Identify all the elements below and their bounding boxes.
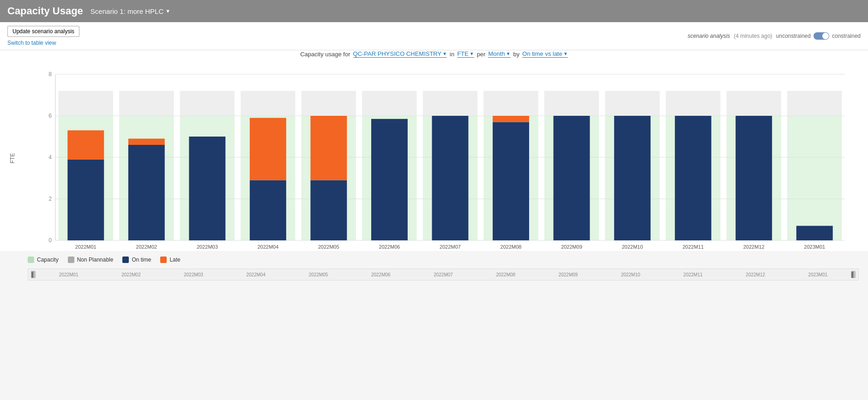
- svg-rect-18: [128, 145, 165, 240]
- svg-text:0: 0: [48, 237, 52, 244]
- svg-rect-62: [735, 116, 772, 240]
- svg-rect-22: [180, 91, 235, 116]
- svg-rect-36: [362, 91, 416, 116]
- scroll-label: 2022M12: [724, 272, 787, 277]
- svg-text:2022M10: 2022M10: [622, 244, 643, 250]
- svg-rect-64: [787, 116, 842, 240]
- svg-text:2022M01: 2022M01: [75, 244, 96, 250]
- svg-text:2022M09: 2022M09: [561, 244, 582, 250]
- legend-item: Late: [160, 257, 180, 263]
- legend-item: Capacity: [28, 257, 59, 263]
- svg-text:2022M05: 2022M05: [318, 244, 339, 250]
- scroll-label: 2022M11: [662, 272, 724, 277]
- scroll-label: 2022M08: [475, 272, 537, 277]
- svg-rect-57: [666, 91, 720, 116]
- legend-color-box: [68, 257, 74, 263]
- svg-text:2022M07: 2022M07: [440, 244, 461, 250]
- legend-label: Late: [169, 257, 180, 263]
- svg-rect-17: [119, 91, 174, 116]
- svg-text:2022M11: 2022M11: [682, 244, 704, 250]
- svg-text:6: 6: [48, 113, 52, 119]
- svg-rect-46: [493, 116, 529, 122]
- unit-dropdown[interactable]: FTE ▼: [457, 50, 474, 58]
- viewtype-arrow-icon: ▼: [563, 51, 568, 56]
- svg-rect-26: [241, 91, 295, 116]
- update-scenario-button[interactable]: Update scenario analysis: [7, 26, 79, 37]
- chart-prefix: Capacity usage for: [300, 51, 350, 58]
- svg-rect-14: [67, 131, 104, 160]
- chart-legend: CapacityNon PlannableOn timeLate: [0, 251, 868, 269]
- legend-label: Non Plannable: [77, 257, 114, 263]
- y-axis-label: FTE: [9, 153, 16, 163]
- scroll-label: 2022M01: [37, 272, 100, 277]
- svg-text:8: 8: [48, 71, 52, 78]
- chart-controls: Capacity usage for QC-PAR PHYSICO CHEMIS…: [0, 50, 868, 58]
- scroll-label: 2022M02: [100, 272, 162, 277]
- page-title: Capacity Usage: [7, 5, 83, 17]
- app-header: Capacity Usage Scenario 1: more HPLC ▼: [0, 0, 868, 22]
- constrained-toggle-container: unconstrained constrained: [776, 32, 861, 40]
- svg-rect-33: [310, 116, 347, 180]
- dept-arrow-icon: ▼: [442, 51, 447, 56]
- legend-label: On time: [132, 257, 151, 263]
- period-dropdown[interactable]: Month ▼: [488, 50, 510, 58]
- by-label: by: [513, 51, 520, 58]
- per-label: per: [477, 51, 486, 58]
- view-type-dropdown[interactable]: On time vs late ▼: [522, 50, 568, 58]
- svg-rect-66: [796, 226, 833, 241]
- svg-rect-41: [432, 116, 469, 240]
- unconstrained-label: unconstrained: [776, 33, 811, 39]
- toolbar-left: Update scenario analysis Switch to table…: [7, 26, 79, 46]
- toolbar-right: scenario analysis (4 minutes ago) uncons…: [687, 32, 861, 40]
- chart-svg-wrapper: FTE 8 6 4 2 0 2022M012022M022022M032022M…: [0, 65, 868, 251]
- svg-rect-40: [423, 91, 477, 116]
- svg-rect-32: [310, 180, 347, 241]
- svg-text:2022M03: 2022M03: [197, 244, 218, 250]
- svg-rect-45: [493, 122, 529, 241]
- svg-rect-12: [59, 91, 113, 116]
- toolbar: Update scenario analysis Switch to table…: [0, 22, 868, 50]
- scroll-label: 2022M06: [350, 272, 412, 277]
- legend-color-box: [28, 257, 34, 263]
- svg-rect-13: [67, 160, 104, 241]
- scroll-label: 2022M10: [599, 272, 662, 277]
- scroll-left-handle[interactable]: ‖: [31, 271, 36, 278]
- svg-text:2: 2: [48, 196, 52, 202]
- svg-text:4: 4: [48, 154, 52, 161]
- svg-rect-65: [787, 91, 842, 116]
- scroll-label: 2022M09: [537, 272, 599, 277]
- scroll-label: 2023M01: [787, 272, 849, 277]
- svg-rect-23: [189, 137, 225, 240]
- svg-rect-50: [554, 116, 590, 240]
- department-dropdown[interactable]: QC-PAR PHYSICO CHEMISTRY ▼: [353, 50, 447, 58]
- period-arrow-icon: ▼: [506, 51, 511, 56]
- scroll-label: 2022M07: [412, 272, 474, 277]
- constrained-toggle[interactable]: [814, 32, 829, 40]
- analysis-label: scenario analysis: [687, 33, 730, 39]
- svg-rect-58: [675, 116, 711, 240]
- legend-item: On time: [122, 257, 151, 263]
- constrained-label: constrained: [832, 33, 861, 39]
- legend-label: Capacity: [37, 257, 59, 263]
- scroll-label: 2022M03: [162, 272, 224, 277]
- svg-rect-44: [483, 91, 538, 116]
- unit-arrow-icon: ▼: [470, 51, 474, 56]
- svg-rect-31: [301, 91, 356, 116]
- svg-text:2022M06: 2022M06: [379, 244, 400, 250]
- legend-color-box: [160, 257, 167, 263]
- switch-table-link[interactable]: Switch to table view: [7, 40, 79, 46]
- legend-color-box: [122, 257, 129, 263]
- scenario-selector[interactable]: Scenario 1: more HPLC ▼: [90, 7, 170, 15]
- scrollbar[interactable]: ‖ 2022M012022M022022M032022M042022M05202…: [28, 269, 859, 281]
- scroll-label: 2022M04: [225, 272, 287, 277]
- svg-rect-61: [727, 91, 781, 116]
- svg-text:2022M12: 2022M12: [743, 244, 765, 250]
- svg-rect-49: [544, 91, 599, 116]
- svg-rect-28: [250, 118, 286, 180]
- scroll-track: 2022M012022M022022M032022M042022M052022M…: [37, 272, 849, 277]
- svg-rect-54: [614, 116, 651, 240]
- svg-text:2022M02: 2022M02: [136, 244, 157, 250]
- scroll-right-handle[interactable]: ‖: [851, 271, 856, 278]
- legend-item: Non Plannable: [68, 257, 114, 263]
- svg-text:2022M08: 2022M08: [500, 244, 522, 250]
